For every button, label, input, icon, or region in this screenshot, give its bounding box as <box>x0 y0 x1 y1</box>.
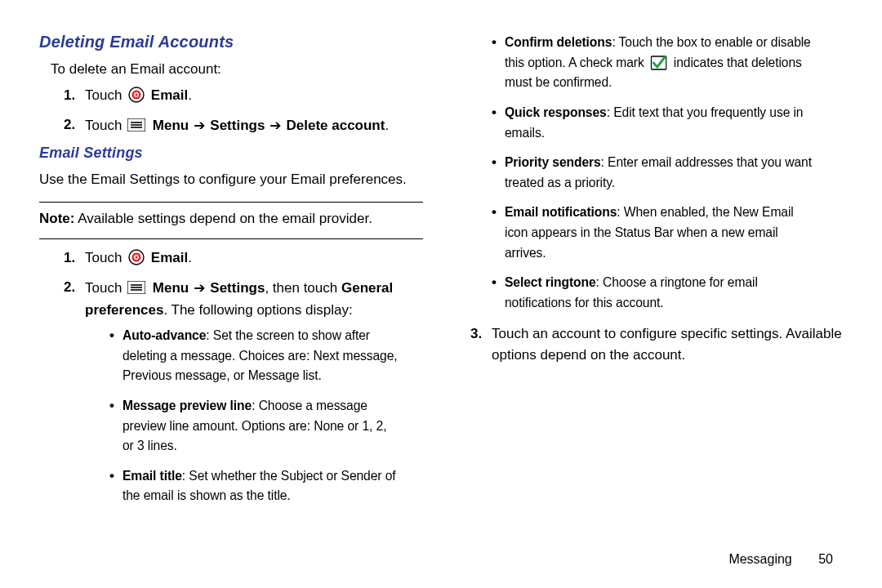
divider <box>39 238 423 239</box>
option-priority-senders: • Priority senders: Enter email addresse… <box>492 153 843 193</box>
step-body: Touch an account to configure specific s… <box>492 323 843 367</box>
heading-email-settings: Email Settings <box>39 145 423 162</box>
step-body: Touch Email. <box>85 247 192 269</box>
delete-steps: 1. Touch Email. 2. Touch Menu ➔ Setting <box>64 85 423 137</box>
page-number: 50 <box>818 552 833 566</box>
settings-intro: Use the Email Settings to configure your… <box>39 170 423 190</box>
right-column: • Confirm deletions: Touch the box to en… <box>459 33 843 555</box>
note-line: Note: Available settings depend on the e… <box>39 211 423 227</box>
step-body: Touch Email. <box>85 85 192 106</box>
menu-icon <box>127 279 145 292</box>
option-auto-advance: • Auto-advance: Set the screen to show a… <box>109 326 423 386</box>
page-footer: Messaging 50 <box>728 552 833 567</box>
left-column: Deleting Email Accounts To delete an Ema… <box>39 33 423 555</box>
option-confirm-deletions: • Confirm deletions: Touch the box to en… <box>492 33 843 93</box>
step-number: 3. <box>470 323 492 345</box>
section-name: Messaging <box>728 552 791 566</box>
menu-icon <box>127 117 145 130</box>
option-quick-responses: • Quick responses: Edit text that you fr… <box>492 103 843 143</box>
step-number: 2. <box>64 277 85 298</box>
option-email-title: • Email title: Set whether the Subject o… <box>109 466 423 506</box>
svg-point-11 <box>136 256 138 258</box>
continued-steps: 3. Touch an account to configure specifi… <box>470 323 843 367</box>
step-body: Touch Menu ➔ Settings ➔ Delete account. <box>85 114 389 136</box>
settings-steps: 1. Touch Email. 2. Touch Menu ➔ Setting <box>64 247 423 516</box>
step-2: 2. Touch Menu ➔ Settings ➔ Delete accoun… <box>64 114 423 136</box>
svg-point-3 <box>136 93 138 96</box>
heading-deleting: Deleting Email Accounts <box>39 33 423 51</box>
step-2: 2. Touch Menu ➔ Settings, then touch Gen… <box>64 277 423 516</box>
step-body: Touch Menu ➔ Settings, then touch Genera… <box>85 277 423 516</box>
option-message-preview: • Message preview line: Choose a message… <box>109 396 423 457</box>
step-number: 1. <box>64 85 85 106</box>
option-select-ringtone: • Select ringtone: Choose a ringtone for… <box>492 273 843 313</box>
general-options-list: • Auto-advance: Set the screen to show a… <box>109 326 423 506</box>
email-app-icon <box>128 87 145 103</box>
option-email-notifications: • Email notifications: When enabled, the… <box>492 203 843 263</box>
step-1: 1. Touch Email. <box>64 247 423 269</box>
intro-text: To delete an Email account: <box>51 60 423 80</box>
divider <box>39 202 423 203</box>
step-3: 3. Touch an account to configure specifi… <box>470 323 843 367</box>
manual-page: Deleting Email Accounts To delete an Ema… <box>0 0 882 572</box>
checkmark-icon <box>651 56 667 70</box>
email-app-icon <box>128 249 145 265</box>
step-number: 1. <box>64 247 85 269</box>
step-number: 2. <box>64 114 85 136</box>
continued-options-list: • Confirm deletions: Touch the box to en… <box>492 33 843 314</box>
step-1: 1. Touch Email. <box>64 85 423 106</box>
